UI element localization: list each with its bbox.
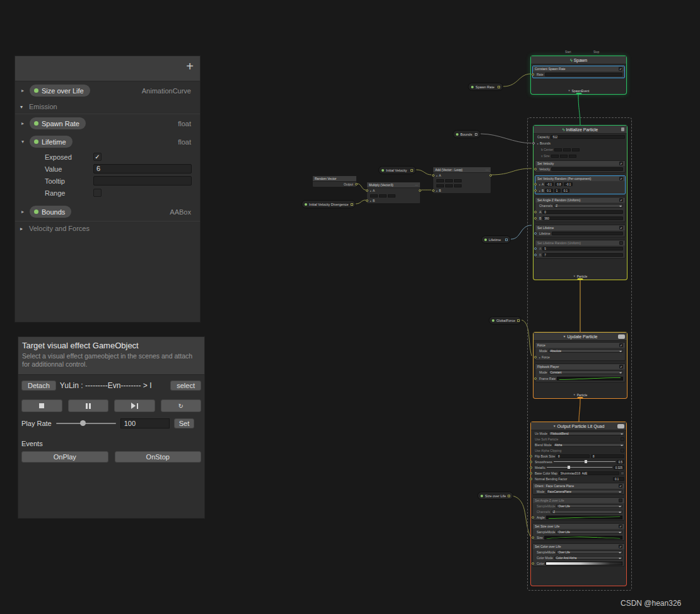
a-port[interactable] (366, 189, 368, 192)
value-field[interactable]: 7 (542, 253, 623, 257)
expand-icon[interactable]: ▸ (537, 142, 539, 145)
x-field[interactable] (370, 194, 378, 198)
mode-dropdown[interactable]: Constant (549, 370, 623, 374)
block-enabled-checkbox[interactable]: ✓ (619, 365, 623, 369)
expand-icon[interactable]: ▸ (370, 189, 371, 192)
param-node-initial-velocity[interactable]: Initial Velocity (378, 166, 416, 174)
capacity-field[interactable]: 512 (551, 135, 625, 139)
flipbook-player-block[interactable]: Flipbook Player✓ Mode Constant Frame Rat… (535, 363, 626, 382)
smoothness-slider[interactable] (554, 461, 615, 462)
flip-book-size-port[interactable] (530, 455, 532, 458)
z-field[interactable] (569, 155, 576, 158)
normal-bending-port[interactable] (530, 478, 532, 480)
size-curve-field[interactable] (544, 536, 622, 540)
param-output-port[interactable] (498, 86, 500, 88)
value-input[interactable]: 6 (93, 164, 192, 174)
chevron-right-icon[interactable]: ▸ (21, 88, 30, 93)
param-node-lifetime[interactable]: Lifetime (481, 235, 511, 244)
velocity-field[interactable] (551, 167, 623, 171)
angle-port[interactable] (532, 516, 534, 519)
multiply-output-port[interactable] (419, 189, 421, 192)
onplay-button[interactable]: OnPlay (21, 451, 108, 463)
slider-knob[interactable] (80, 420, 86, 426)
property-pill[interactable]: Bounds (30, 206, 71, 218)
edge-randomvector-to-multiply-a[interactable] (357, 184, 366, 190)
y-field[interactable] (379, 194, 387, 198)
block-enabled-checkbox[interactable]: ✓ (619, 484, 622, 488)
add-node[interactable]: Add (Vector - Loop)⋯ ▸ A ▸ B (433, 167, 491, 194)
value-field[interactable]: 0.5 (617, 460, 624, 464)
property-pill[interactable]: Size over Life (30, 85, 90, 97)
block-enabled-checkbox[interactable]: ✓ (619, 524, 622, 528)
value-field[interactable]: 0.8 (555, 182, 563, 186)
color-port[interactable] (532, 562, 534, 565)
lifetime-field[interactable] (552, 232, 623, 235)
play-rate-slider[interactable] (56, 423, 116, 424)
spawn-flow-out-anchor[interactable] (576, 93, 581, 95)
step-button[interactable] (114, 399, 155, 412)
orient-block[interactable]: Orient : Face Camera Plane✓ Mode FaceCam… (532, 483, 625, 495)
x-field[interactable] (436, 179, 444, 182)
value-field[interactable]: 0.1 (613, 477, 624, 481)
velocity-port[interactable] (534, 168, 537, 170)
x-field[interactable]: 8 (556, 454, 590, 458)
property-row-spawn-rate[interactable]: ▸ Spawn Rate float (15, 114, 200, 133)
random-vector-node[interactable]: Random Vector Output (312, 175, 357, 187)
set-lifetime-random-block[interactable]: Set Lifetime Random (Uniform) A 5 B 7 (535, 240, 626, 259)
sample-mode-dropdown[interactable]: Over Life (556, 530, 622, 534)
update-flow-out-anchor[interactable] (578, 397, 583, 399)
value-field[interactable]: 1 (554, 189, 561, 192)
mode-dropdown[interactable]: FaceCameraPlane (546, 490, 622, 493)
set-lifetime-block[interactable]: Set Lifetime✓ Lifetime (535, 225, 626, 237)
property-pill[interactable]: Lifetime (30, 136, 73, 148)
edge-spawnrate-to-rate[interactable] (503, 74, 531, 86)
initialize-context[interactable]: ϟ Initialize Particle Capacity 512 ▸ Bou… (533, 125, 627, 280)
param-node-initial-velocity-divergence[interactable]: Initial Velocity Divergence (301, 200, 356, 208)
set-velocity-block[interactable]: Set Velocity✓ Velocity (535, 160, 626, 173)
y-field[interactable] (560, 155, 568, 158)
z-field[interactable] (572, 148, 580, 151)
z-field[interactable] (454, 179, 462, 182)
param-node-bounds[interactable]: Bounds (453, 130, 481, 138)
property-row-bounds[interactable]: ▸ Bounds AABox (15, 203, 200, 221)
channels-dropdown[interactable]: Z (554, 204, 623, 208)
chevron-right-icon[interactable]: ▸ (21, 209, 30, 215)
constant-spawn-rate-block[interactable]: Constant Spawn Rate✓ Rate (532, 66, 625, 78)
value-field[interactable]: 0.1 (545, 189, 552, 192)
property-row-size-over-life[interactable]: ▸ Size over Life AnimationCurve (15, 81, 200, 100)
detach-button[interactable]: Detach (21, 381, 56, 391)
spawn-context[interactable]: ϟ Spawn Constant Spawn Rate✓ Rate ▼ Spaw… (530, 56, 627, 95)
frame-rate-curve-field[interactable] (557, 377, 623, 381)
param-node-globalforce[interactable]: GlobalForce (489, 316, 522, 324)
sample-mode-dropdown[interactable]: Over Life (556, 550, 622, 554)
b-port[interactable] (534, 254, 537, 256)
b-port[interactable] (366, 199, 368, 202)
set-color-over-life-block[interactable]: Set Color over Life✓ SampleMode Over Lif… (532, 543, 625, 567)
value-field[interactable]: 0.1 (562, 189, 569, 192)
exposed-checkbox[interactable]: ✓ (93, 153, 102, 161)
param-output-port[interactable] (508, 495, 510, 497)
output-context-title[interactable]: ▼ Output Particle Lit Quad (531, 422, 626, 430)
expand-icon[interactable]: ▸ (370, 199, 371, 203)
initialize-context-title[interactable]: ϟ Initialize Particle (534, 126, 627, 134)
param-output-port[interactable] (517, 319, 520, 322)
block-enabled-checkbox[interactable]: ✓ (619, 67, 622, 71)
param-output-port[interactable] (351, 203, 353, 206)
set-angle-over-life-block[interactable]: Set Angle Z over Life SampleMode Over Li… (532, 497, 625, 521)
rate-port[interactable] (532, 73, 534, 76)
x-field[interactable] (551, 155, 559, 158)
spawn-context-title[interactable]: ϟ Spawn (531, 56, 626, 64)
y-field[interactable] (445, 179, 453, 182)
update-context[interactable]: ▼ Update Particle Force✓ Mode Absolute ▸… (533, 332, 627, 399)
range-checkbox[interactable] (93, 189, 102, 197)
expand-icon[interactable]: ▸ (436, 189, 438, 192)
y-field[interactable] (445, 184, 453, 187)
z-field[interactable] (388, 194, 395, 198)
expand-icon[interactable]: ▸ (539, 183, 540, 186)
uv-mode-dropdown[interactable]: FlipbookBlend (549, 432, 624, 435)
x-field[interactable] (554, 148, 562, 151)
property-row-lifetime[interactable]: ▾ Lifetime float (15, 133, 200, 151)
edge-add-to-velocity[interactable] (491, 168, 532, 175)
param-output-port[interactable] (505, 239, 508, 241)
angle-curve-field[interactable] (546, 516, 622, 519)
